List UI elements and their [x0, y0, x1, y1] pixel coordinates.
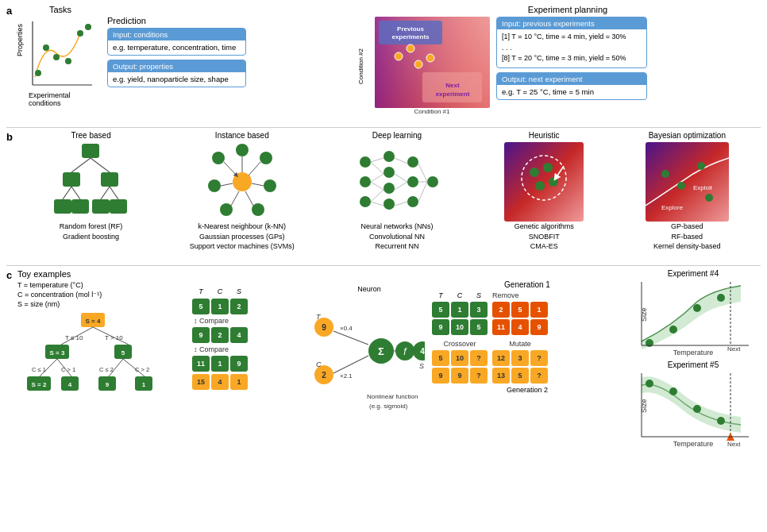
- remove-column: Remove 2 5 1 11 4 9: [492, 291, 548, 335]
- knn-r1c1: 5: [192, 299, 210, 314]
- svg-text:experiments: experiments: [391, 33, 430, 40]
- svg-rect-33: [110, 199, 127, 214]
- svg-line-64: [371, 190, 384, 202]
- svg-text:5: 5: [121, 349, 125, 357]
- svg-rect-31: [71, 199, 89, 214]
- svg-line-61: [371, 162, 384, 174]
- svg-line-27: [71, 187, 80, 199]
- exp4-svg: Size Next: [626, 278, 757, 357]
- svg-point-136: [669, 326, 677, 333]
- svg-point-6: [77, 30, 83, 37]
- svg-point-58: [407, 196, 418, 207]
- svg-line-62: [371, 174, 384, 182]
- svg-point-38: [264, 179, 276, 192]
- svg-text:Nonlinear function: Nonlinear function: [367, 393, 418, 400]
- heuristic-svg: [504, 142, 584, 222]
- svg-text:1: 1: [142, 381, 146, 388]
- gen2-label: Generation 2: [432, 386, 622, 394]
- svg-point-50: [360, 176, 371, 187]
- svg-point-84: [677, 182, 685, 190]
- nn-svg: 9 T ×0.4 2 C ×2.1 Σ f: [310, 295, 425, 430]
- deep-subtitle: Neural networks (NNs)Convolutional NNRec…: [360, 222, 433, 252]
- svg-line-67: [395, 174, 407, 182]
- crossover-section: Crossover 5 10 ? 9 9 ?: [432, 340, 488, 384]
- ml-item-tree: Tree based Random fo: [36, 131, 147, 252]
- svg-point-5: [65, 58, 71, 64]
- svg-point-85: [697, 162, 705, 170]
- svg-text:9: 9: [106, 381, 110, 388]
- svg-text:×2.1: ×2.1: [340, 372, 353, 380]
- svg-point-77: [535, 181, 545, 191]
- section-c-label: c: [6, 269, 17, 281]
- svg-point-148: [717, 417, 725, 425]
- svg-text:Explore: Explore: [661, 204, 684, 211]
- section-b: b Tree based: [6, 131, 761, 266]
- tasks-label: Tasks: [49, 5, 71, 14]
- svg-point-35: [212, 152, 225, 164]
- svg-text:Next: Next: [727, 345, 741, 353]
- svg-text:Temperature: Temperature: [673, 349, 714, 357]
- svg-point-147: [693, 405, 701, 413]
- svg-text:T ≤ 10: T ≤ 10: [65, 334, 83, 341]
- ml-items-container: Tree based Random fo: [17, 131, 761, 252]
- svg-text:S = 2: S = 2: [32, 381, 47, 388]
- svg-line-46: [231, 191, 239, 206]
- output-box-header: Output: properties: [108, 60, 245, 72]
- svg-text:S = 3: S = 3: [50, 349, 65, 357]
- knn-row1: 5 1 2: [179, 299, 306, 314]
- svg-text:Condition #1: Condition #1: [414, 108, 450, 115]
- svg-point-145: [646, 380, 653, 387]
- ga-mutate-row2: 13 5 ?: [492, 368, 548, 384]
- ga-section: Generation 1 T C S 5 1 3: [432, 280, 622, 394]
- prediction-svg: [29, 17, 96, 93]
- exp4-section: Experiment #4 Size Next: [626, 269, 761, 357]
- svg-line-72: [418, 182, 427, 202]
- ml-item-heuristic: Heuristic: [492, 131, 595, 252]
- output-box-text: e.g. yield, nanoparticle size, shape: [113, 75, 241, 83]
- svg-line-128: [333, 331, 368, 345]
- svg-point-40: [252, 203, 264, 216]
- svg-point-13: [395, 52, 403, 60]
- mutate-section: Mutate 12 3 ? 13 5 ?: [492, 340, 548, 384]
- output-box: Output: properties e.g. yield, nanoparti…: [107, 60, 246, 87]
- input-box-header: Input: conditions: [108, 29, 245, 40]
- svg-point-7: [85, 24, 91, 30]
- svg-rect-25: [101, 172, 118, 187]
- svg-line-129: [333, 356, 368, 373]
- svg-point-16: [426, 54, 434, 62]
- svg-text:×0.4: ×0.4: [340, 325, 353, 332]
- section-b-label: b: [6, 131, 17, 143]
- svg-point-51: [360, 196, 371, 207]
- svg-rect-80: [646, 142, 729, 222]
- knn-section: T C S 5 1 2 ↕ Compare: [179, 285, 306, 390]
- svg-line-42: [224, 162, 237, 175]
- svg-point-14: [414, 60, 422, 68]
- deep-title: Deep learning: [372, 131, 422, 140]
- section-a-label: a: [6, 5, 17, 124]
- knn-r1c2: 1: [211, 299, 229, 314]
- neuron-label: Neuron: [310, 285, 429, 293]
- exp-charts: Experiment #4 Size Next: [626, 269, 761, 449]
- svg-point-15: [407, 44, 414, 52]
- nn-section: Neuron 9 T ×0.4 2 C ×2.1 Σ: [310, 285, 429, 430]
- ga-remove-row1: 2 5 1: [492, 302, 548, 318]
- svg-text:4: 4: [420, 347, 425, 356]
- remove-label: Remove: [492, 291, 548, 299]
- toy-label: Toy examples: [17, 269, 176, 279]
- svg-rect-73: [504, 142, 584, 222]
- svg-text:Previous: Previous: [397, 25, 424, 33]
- svg-point-37: [208, 179, 221, 192]
- svg-text:2: 2: [322, 371, 326, 380]
- svg-line-60: [371, 158, 384, 162]
- svg-point-55: [384, 199, 395, 210]
- ga-mutate-row1: 12 3 ?: [492, 350, 548, 366]
- svg-point-2: [35, 70, 41, 76]
- instance-title: Instance based: [215, 131, 269, 140]
- bayesian-svg: Explore Exploit: [646, 142, 729, 222]
- svg-point-49: [360, 156, 371, 168]
- svg-text:C: C: [316, 360, 322, 368]
- svg-text:S: S: [419, 362, 424, 370]
- exp-input-box: Input: previous experiments [1] T = 10 °…: [496, 17, 647, 68]
- heuristic-subtitle: Genetic algorithmsSNOBFITCMA-ES: [515, 222, 574, 252]
- svg-text:Σ: Σ: [378, 345, 384, 357]
